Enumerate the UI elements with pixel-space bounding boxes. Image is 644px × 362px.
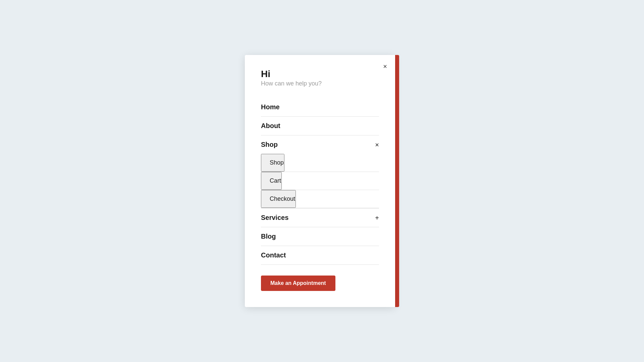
nav-link-home[interactable]: Home xyxy=(261,98,379,116)
nav-item-about: About xyxy=(261,117,379,135)
modal-wrapper: × Hi How can we help you? Home About xyxy=(245,55,399,307)
greeting-subtitle: How can we help you? xyxy=(261,80,379,87)
greeting-hi: Hi xyxy=(261,68,379,80)
nav-item-home: Home xyxy=(261,98,379,117)
nav-label-about: About xyxy=(261,122,280,130)
sub-label-checkout: Checkout xyxy=(270,195,295,202)
shop-submenu: Shop Cart Checkout xyxy=(261,154,379,208)
page-background: × Hi How can we help you? Home About xyxy=(0,0,644,362)
sub-label-cart: Cart xyxy=(270,177,281,184)
sub-link-checkout[interactable]: Checkout xyxy=(261,190,296,208)
nav-link-blog[interactable]: Blog xyxy=(261,227,379,246)
sub-item-cart: Cart xyxy=(261,172,379,190)
nav-link-about[interactable]: About xyxy=(261,117,379,135)
nav-label-shop: Shop xyxy=(261,141,278,148)
sub-label-shop: Shop xyxy=(270,159,284,166)
nav-label-home: Home xyxy=(261,103,280,111)
sub-link-shop[interactable]: Shop xyxy=(261,154,284,172)
nav-label-blog: Blog xyxy=(261,233,276,240)
red-accent-sidebar xyxy=(395,55,399,307)
nav-link-contact[interactable]: Contact xyxy=(261,246,379,264)
services-toggle-icon: + xyxy=(375,215,379,221)
appointment-button[interactable]: Make an Appointment xyxy=(261,276,335,291)
nav-link-shop[interactable]: Shop × xyxy=(261,135,379,154)
nav-item-shop: Shop × Shop Cart xyxy=(261,135,379,208)
modal-panel: × Hi How can we help you? Home About xyxy=(245,55,395,307)
sub-link-cart[interactable]: Cart xyxy=(261,172,282,190)
nav-item-contact: Contact xyxy=(261,246,379,265)
sub-item-checkout: Checkout xyxy=(261,190,379,208)
nav-menu: Home About Shop × xyxy=(261,98,379,265)
shop-toggle-icon: × xyxy=(375,141,379,148)
nav-item-services: Services + xyxy=(261,208,379,227)
nav-item-blog: Blog xyxy=(261,227,379,246)
nav-label-services: Services xyxy=(261,214,288,222)
nav-link-services[interactable]: Services + xyxy=(261,208,379,227)
nav-label-contact: Contact xyxy=(261,251,286,259)
close-button[interactable]: × xyxy=(382,62,388,71)
sub-item-shop: Shop xyxy=(261,154,379,172)
greeting-section: Hi How can we help you? xyxy=(261,68,379,87)
